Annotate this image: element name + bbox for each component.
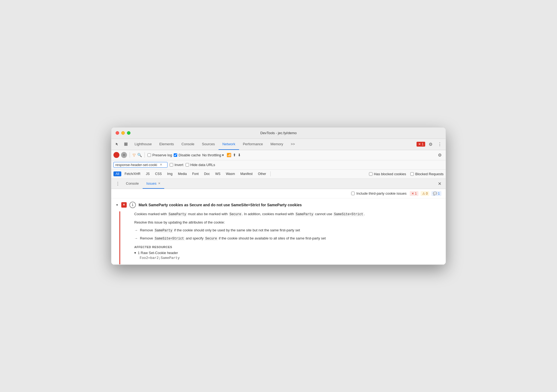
type-filter-row: All Fetch/XHR JS CSS Img Media Font Doc …	[111, 170, 446, 179]
type-btn-font[interactable]: Font	[190, 171, 201, 176]
cursor-icon[interactable]	[113, 140, 121, 148]
third-party-cookie-label[interactable]: Include third-party cookie issues	[351, 191, 407, 195]
hide-data-urls-checkbox[interactable]	[186, 163, 189, 167]
hide-data-urls-label[interactable]: Hide data URLs	[186, 163, 215, 167]
panel-tab-bar: ⋮ Console Issues ✕ ✕	[111, 179, 446, 189]
third-party-cookie-checkbox[interactable]	[351, 192, 355, 195]
more-options-icon[interactable]: ⋮	[436, 140, 444, 148]
blocked-requests-checkbox[interactable]	[410, 172, 414, 176]
issue-expand-icon[interactable]: ▼	[116, 203, 119, 207]
issue-description: Cookies marked with SameParty must also …	[134, 211, 441, 217]
type-btn-wasm[interactable]: Wasm	[224, 171, 237, 176]
settings-icon[interactable]: ⚙	[427, 140, 434, 148]
issue-item: ▼ ✕ 1 Mark SameParty cookies as Secure a…	[111, 198, 446, 265]
download-icon[interactable]: ⬇	[238, 153, 241, 157]
tab-memory[interactable]: Memory	[267, 138, 287, 150]
has-blocked-cookies-checkbox[interactable]	[369, 172, 373, 176]
issue-resolve-text: Resolve this issue by updating the attri…	[134, 220, 441, 224]
has-blocked-cookies-label[interactable]: Has blocked cookies	[369, 172, 406, 176]
error-count-badge: ✕ 1	[410, 191, 418, 196]
issue-title: Mark SameParty cookies as Secure and do …	[139, 203, 302, 207]
throttle-select[interactable]: No throttling ▾	[202, 153, 224, 157]
type-btn-other[interactable]: Other	[256, 171, 268, 176]
type-btn-all[interactable]: All	[113, 171, 121, 176]
type-btn-img[interactable]: Img	[165, 171, 175, 176]
inspect-icon[interactable]	[122, 140, 130, 148]
invert-label[interactable]: Invert	[170, 163, 183, 167]
affected-expand-icon: ▾	[134, 251, 136, 255]
affected-item-label: 1 Raw Set-Cookie header	[138, 251, 178, 255]
record-button[interactable]	[113, 152, 119, 158]
nav-tabs: Lighthouse Elements Console Sources Netw…	[131, 138, 415, 150]
bullet-arrow-1: →	[134, 228, 138, 233]
filter-input[interactable]	[115, 163, 159, 167]
filter-icon[interactable]: ▽	[133, 153, 136, 157]
wifi-icon[interactable]: 📶	[227, 153, 231, 157]
tab-elements[interactable]: Elements	[156, 138, 178, 150]
nav-bar: Lighthouse Elements Console Sources Netw…	[111, 139, 446, 150]
tab-sources[interactable]: Sources	[198, 138, 219, 150]
type-btn-css[interactable]: CSS	[153, 171, 164, 176]
devtools-body: Lighthouse Elements Console Sources Netw…	[111, 139, 446, 265]
toolbar: ▽ 🔍 Preserve log Disable cache No thrott…	[111, 150, 446, 160]
preserve-log-checkbox[interactable]	[147, 153, 151, 157]
issue-body: Cookies marked with SameParty must also …	[119, 211, 446, 264]
filter-input-wrap: ✕	[113, 162, 167, 168]
panel-tab-issues-close[interactable]: ✕	[158, 182, 160, 185]
affected-item-header[interactable]: ▾ 1 Raw Set-Cookie header	[134, 251, 441, 255]
preserve-log-label[interactable]: Preserve log	[147, 153, 172, 157]
affected-sub-item: Foo2=bar2;SameParty	[140, 256, 441, 260]
type-btn-fetch[interactable]: Fetch/XHR	[122, 171, 143, 176]
panel-close-button[interactable]: ✕	[436, 181, 444, 186]
type-btn-media[interactable]: Media	[176, 171, 189, 176]
title-bar: DevTools - jec.fyi/demo	[111, 127, 446, 139]
issue-count-circle: 1	[129, 202, 136, 208]
type-btn-ws[interactable]: WS	[213, 171, 223, 176]
warning-count-badge: ⚠ 0	[421, 191, 430, 196]
svg-point-4	[123, 154, 125, 156]
svg-rect-1	[126, 143, 127, 144]
bullet-arrow-2: →	[134, 236, 138, 241]
chevron-down-icon: ▾	[222, 153, 224, 157]
panel-tab-console[interactable]: Console	[122, 178, 143, 189]
nav-right: ✕ 1 ⚙ ⋮	[417, 140, 444, 148]
network-settings-icon[interactable]: ⚙	[436, 151, 444, 159]
affected-resources-label: Affected Resources	[134, 245, 441, 249]
disable-cache-checkbox[interactable]	[174, 153, 177, 157]
type-btn-manifest[interactable]: Manifest	[238, 171, 255, 176]
upload-icon[interactable]: ⬆	[233, 153, 236, 157]
issues-header-row: Include third-party cookie issues ✕ 1 ⚠ …	[111, 189, 446, 198]
minimize-button[interactable]	[121, 131, 125, 135]
invert-checkbox[interactable]	[170, 163, 173, 167]
issue-bullet-2: → Remove SameSite=Strict and specify Sec…	[134, 236, 441, 241]
tab-console[interactable]: Console	[178, 138, 198, 150]
issues-panel: Include third-party cookie issues ✕ 1 ⚠ …	[111, 189, 446, 265]
type-separator	[270, 171, 271, 176]
separator	[130, 152, 130, 158]
filter-clear-icon[interactable]: ✕	[160, 163, 162, 167]
search-icon[interactable]: 🔍	[137, 153, 142, 157]
tab-network[interactable]: Network	[219, 138, 239, 150]
devtools-window: DevTools - jec.fyi/demo Lighthouse	[111, 127, 446, 265]
issue-error-icon: ✕	[121, 202, 127, 208]
affected-resources: Affected Resources ▾ 1 Raw Set-Cookie he…	[134, 245, 441, 260]
error-badge[interactable]: ✕ 1	[417, 142, 425, 147]
close-button[interactable]	[116, 131, 119, 135]
stop-button[interactable]	[121, 152, 127, 158]
disable-cache-label[interactable]: Disable cache	[174, 153, 201, 157]
traffic-lights	[116, 131, 130, 135]
issue-bullet-1: → Remove SameParty if the cookie should …	[134, 228, 441, 233]
issue-header[interactable]: ▼ ✕ 1 Mark SameParty cookies as Secure a…	[111, 198, 446, 211]
tab-more[interactable]: >>	[287, 138, 298, 150]
filter-row: ✕ Invert Hide data URLs	[111, 160, 446, 170]
type-btn-js[interactable]: JS	[144, 171, 152, 176]
type-btn-doc[interactable]: Doc	[202, 171, 212, 176]
window-title: DevTools - jec.fyi/demo	[260, 131, 297, 135]
tab-performance[interactable]: Performance	[239, 138, 267, 150]
tab-lighthouse[interactable]: Lighthouse	[131, 138, 156, 150]
info-count-badge: 💬 1	[431, 191, 441, 196]
panel-tab-issues[interactable]: Issues ✕	[143, 178, 165, 189]
blocked-requests-label[interactable]: Blocked Requests	[410, 172, 444, 176]
panel-tab-dots[interactable]: ⋮	[113, 181, 122, 186]
maximize-button[interactable]	[127, 131, 130, 135]
